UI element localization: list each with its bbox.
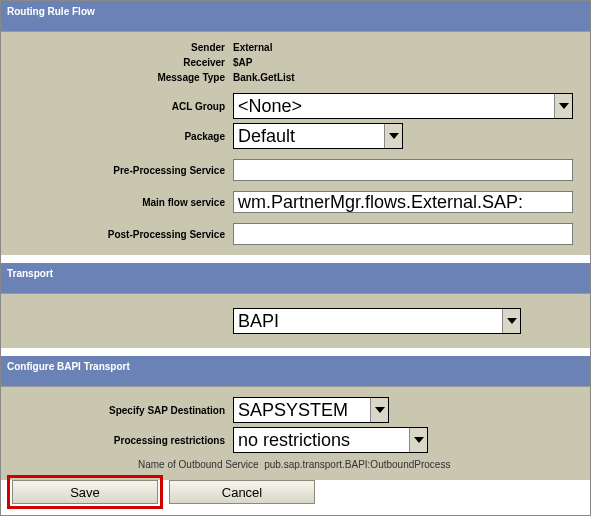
chevron-down-icon bbox=[554, 94, 572, 118]
acl-group-value: <None> bbox=[238, 96, 554, 117]
transport-value: BAPI bbox=[238, 311, 502, 332]
cancel-button[interactable]: Cancel bbox=[169, 480, 315, 504]
outbound-service-note: Name of Outbound Service pub.sap.transpo… bbox=[1, 457, 582, 474]
message-type-label: Message Type bbox=[1, 72, 233, 83]
package-select[interactable]: Default bbox=[233, 123, 403, 149]
svg-marker-2 bbox=[507, 318, 517, 324]
sap-destination-value: SAPSYSTEM bbox=[238, 400, 370, 421]
message-type-value: Bank.GetList bbox=[233, 72, 295, 83]
chevron-down-icon bbox=[502, 309, 520, 333]
chevron-down-icon bbox=[409, 428, 427, 452]
sap-destination-select[interactable]: SAPSYSTEM bbox=[233, 397, 389, 423]
acl-group-label: ACL Group bbox=[1, 101, 233, 112]
main-flow-label: Main flow service bbox=[1, 197, 233, 208]
transport-header: Transport bbox=[1, 263, 590, 294]
save-button[interactable]: Save bbox=[12, 480, 158, 504]
processing-restrictions-label: Processing restrictions bbox=[1, 435, 233, 446]
transport-body: BAPI bbox=[1, 294, 590, 348]
save-highlight-box: Save bbox=[7, 475, 163, 509]
configure-bapi-body: Specify SAP Destination SAPSYSTEM Proces… bbox=[1, 387, 590, 480]
sap-destination-label: Specify SAP Destination bbox=[1, 405, 233, 416]
routing-rule-flow-header: Routing Rule Flow bbox=[1, 1, 590, 32]
pre-processing-input[interactable] bbox=[233, 159, 573, 181]
post-processing-input[interactable] bbox=[233, 223, 573, 245]
post-processing-label: Post-Processing Service bbox=[1, 229, 233, 240]
svg-marker-4 bbox=[414, 437, 424, 443]
main-flow-input[interactable]: wm.PartnerMgr.flows.External.SAP: bbox=[233, 191, 573, 213]
pre-processing-label: Pre-Processing Service bbox=[1, 165, 233, 176]
processing-restrictions-select[interactable]: no restrictions bbox=[233, 427, 428, 453]
svg-marker-3 bbox=[375, 407, 385, 413]
chevron-down-icon bbox=[384, 124, 402, 148]
routing-rule-flow-body: Sender External Receiver $AP Message Typ… bbox=[1, 32, 590, 255]
transport-select[interactable]: BAPI bbox=[233, 308, 521, 334]
sender-value: External bbox=[233, 42, 272, 53]
receiver-label: Receiver bbox=[1, 57, 233, 68]
acl-group-select[interactable]: <None> bbox=[233, 93, 573, 119]
chevron-down-icon bbox=[370, 398, 388, 422]
svg-marker-1 bbox=[389, 133, 399, 139]
receiver-value: $AP bbox=[233, 57, 252, 68]
svg-marker-0 bbox=[559, 103, 569, 109]
processing-restrictions-value: no restrictions bbox=[238, 430, 409, 451]
package-value: Default bbox=[238, 126, 384, 147]
configure-bapi-header: Configure BAPI Transport bbox=[1, 356, 590, 387]
package-label: Package bbox=[1, 131, 233, 142]
sender-label: Sender bbox=[1, 42, 233, 53]
